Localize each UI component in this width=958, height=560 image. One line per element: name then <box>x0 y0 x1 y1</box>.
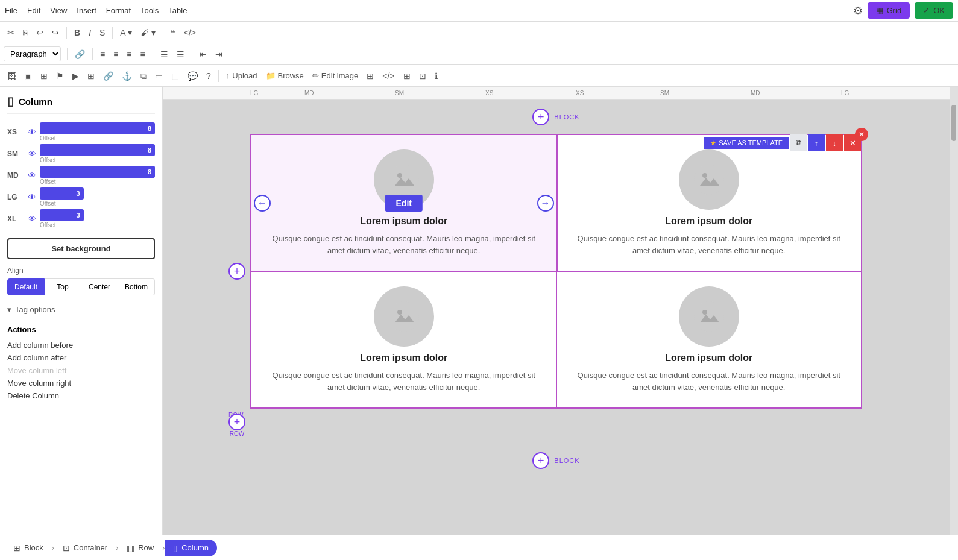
add-block-top: + BLOCK <box>250 100 862 134</box>
breadcrumb-item-container[interactable]: ⊡ Container <box>54 540 116 556</box>
nav-arrow-right[interactable]: → <box>537 195 554 212</box>
table-insert-button[interactable]: ⊞ <box>84 69 98 83</box>
flag-button[interactable]: ⚑ <box>52 69 68 83</box>
set-background-button[interactable]: Set background <box>7 238 155 259</box>
code-button[interactable]: </> <box>379 69 398 83</box>
undo-button[interactable]: ↩ <box>33 26 47 39</box>
layer-button[interactable]: ⊞ <box>363 69 377 83</box>
move-column-right-link[interactable]: Move column right <box>7 377 155 389</box>
save-as-template-button[interactable]: ★ SAVE AS TEMPLATE <box>704 137 789 149</box>
breadcrumb-item-column[interactable]: ▯ Column <box>165 540 217 556</box>
tag-options-row[interactable]: ▾ Tag options <box>7 303 155 316</box>
menu-edit[interactable]: Edit <box>27 6 40 15</box>
ok-label: OK <box>933 6 945 15</box>
bp-eye-lg[interactable]: 👁 <box>28 192 36 202</box>
link-button[interactable]: 🔗 <box>71 48 89 61</box>
menu-format[interactable]: Format <box>106 6 131 15</box>
paragraph-select[interactable]: Paragraph <box>4 46 61 61</box>
bp-offset-md: Offset <box>40 178 155 185</box>
scrollbar-thumb[interactable] <box>951 105 956 141</box>
settings-button[interactable]: ⚙ <box>853 4 863 17</box>
breadcrumb-item-row[interactable]: ▥ Row <box>118 540 162 556</box>
indent-button[interactable]: ⇥ <box>212 48 226 61</box>
close-selected-col-button[interactable]: ✕ <box>855 128 868 141</box>
chevron-down-icon: ▾ <box>7 305 11 314</box>
blockquote-button[interactable]: ❝ <box>167 26 179 39</box>
more-button[interactable]: ⊡ <box>415 69 430 83</box>
col-cell-4[interactable]: Lorem ipsum dolor Quisque congue est ac … <box>556 272 862 407</box>
align-top-button[interactable]: Top <box>45 278 81 295</box>
ok-button[interactable]: ✓ OK <box>915 2 953 19</box>
row1-add-button[interactable]: + <box>228 263 245 280</box>
bp-eye-sm[interactable]: 👁 <box>28 149 36 159</box>
add-block-top-button[interactable]: + <box>532 109 549 125</box>
image-button[interactable]: 🖼 <box>4 69 19 83</box>
strikethrough-button[interactable]: S <box>96 26 109 39</box>
menu-file[interactable]: File <box>5 6 17 15</box>
browse-button[interactable]: 📁 Browse <box>262 69 307 82</box>
breadcrumb-item-block[interactable]: ⊞ Block <box>5 540 52 556</box>
menu-insert[interactable]: Insert <box>77 6 96 15</box>
canvas-area[interactable]: LG MD SM XS XS SM MD LG + BLOCK + ROW <box>163 87 950 535</box>
upload-button[interactable]: ↑ Upload <box>222 69 261 82</box>
bp-eye-xl[interactable]: 👁 <box>28 214 36 224</box>
card2-body: Quisque congue est ac tincidunt consequa… <box>569 233 849 256</box>
col-cell-2[interactable]: Lorem ipsum dolor Quisque congue est ac … <box>556 135 862 271</box>
link2-button[interactable]: 🔗 <box>99 69 117 83</box>
menu-tools[interactable]: Tools <box>140 6 159 15</box>
copy-button[interactable]: ⎘ <box>19 26 31 39</box>
code-inline-button[interactable]: </> <box>180 26 200 39</box>
tag-options-label: Tag options <box>15 305 55 314</box>
col-cell-3[interactable]: Lorem ipsum dolor Quisque congue est ac … <box>251 272 556 407</box>
add-column-before-link[interactable]: Add column before <box>7 339 155 351</box>
bp-offset-lg: Offset <box>40 200 155 207</box>
nav-arrow-left[interactable]: ← <box>254 195 271 212</box>
scrollbar[interactable] <box>950 87 958 535</box>
grid-button[interactable]: ▦ Grid <box>868 2 910 19</box>
add-block-bottom-button[interactable]: + <box>532 452 549 469</box>
section-button[interactable]: ▣ <box>20 69 36 83</box>
form-button[interactable]: ▭ <box>151 69 166 83</box>
align-right-button[interactable]: ≡ <box>123 48 135 61</box>
grid-view-button[interactable]: ⊞ <box>400 69 414 83</box>
align-center-button[interactable]: ≡ <box>110 48 122 61</box>
align-bottom-button[interactable]: Bottom <box>118 278 155 295</box>
highlight-button[interactable]: 🖌 ▾ <box>137 26 159 39</box>
bp-eye-xs[interactable]: 👁 <box>28 127 36 137</box>
italic-button[interactable]: I <box>85 26 95 39</box>
widget-button[interactable]: ⊞ <box>37 69 51 83</box>
align-default-button[interactable]: Default <box>7 278 45 295</box>
info-button[interactable]: ℹ <box>431 69 441 83</box>
delete-column-link[interactable]: Delete Column <box>7 389 155 402</box>
media-button[interactable]: ◫ <box>168 69 183 83</box>
bp-eye-md[interactable]: 👁 <box>28 171 36 180</box>
menu-table[interactable]: Table <box>168 6 187 15</box>
anchor-button[interactable]: ⚓ <box>118 69 136 83</box>
move-up-button[interactable]: ↑ <box>808 134 825 151</box>
list-ul-button[interactable]: ☰ <box>157 48 172 61</box>
bold-button[interactable]: B <box>71 26 84 39</box>
breadcrumb-row-label: Row <box>138 543 154 552</box>
align-center-button[interactable]: Center <box>81 278 118 295</box>
comment-button[interactable]: 💬 <box>184 69 201 83</box>
align-left-button[interactable]: ≡ <box>96 48 109 61</box>
browse-label: Browse <box>278 71 304 80</box>
duplicate-button[interactable]: ⧉ <box>790 134 807 151</box>
row2-add-button[interactable]: + <box>228 414 245 430</box>
col-cell-1[interactable]: ← Edit Lorem ipsum dolor Quisque congue … <box>251 135 556 271</box>
align-buttons: Default Top Center Bottom <box>7 278 155 295</box>
cut-button[interactable]: ✂ <box>4 26 18 39</box>
embed-button[interactable]: ⧉ <box>137 69 150 83</box>
move-down-button[interactable]: ↓ <box>826 134 843 151</box>
outdent-button[interactable]: ⇤ <box>196 48 210 61</box>
add-column-after-link[interactable]: Add column after <box>7 351 155 364</box>
font-color-button[interactable]: A ▾ <box>116 26 135 39</box>
menu-view[interactable]: View <box>50 6 67 15</box>
redo-button[interactable]: ↪ <box>48 26 63 39</box>
edit-image-button[interactable]: ✏ Edit image <box>309 69 362 82</box>
list-ol-button[interactable]: ☰ <box>173 48 188 61</box>
align-justify-button[interactable]: ≡ <box>137 48 149 61</box>
video-button[interactable]: ▶ <box>69 69 83 83</box>
help-button[interactable]: ? <box>203 69 215 83</box>
edit-popup[interactable]: Edit <box>385 195 423 212</box>
